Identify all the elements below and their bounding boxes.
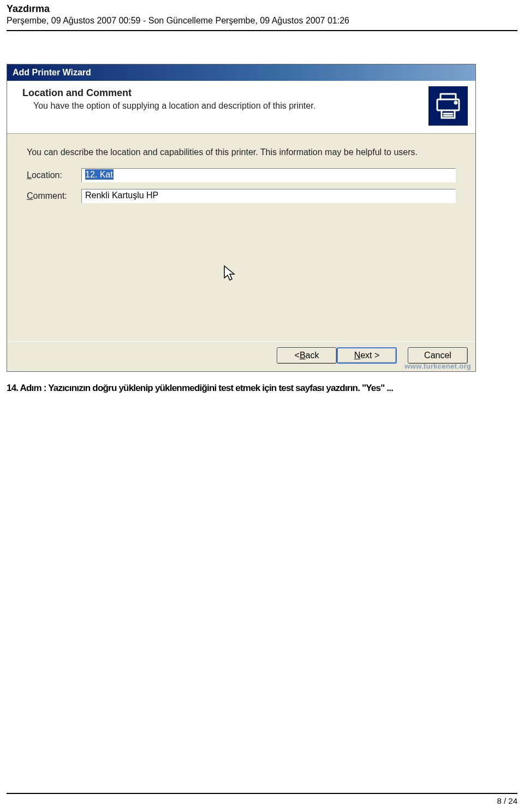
svg-point-3 <box>455 102 457 104</box>
location-value: 12. Kat <box>85 169 114 180</box>
page-dateline: Perşembe, 09 Ağustos 2007 00:59 - Son Gü… <box>7 16 517 26</box>
location-input[interactable]: 12. Kat <box>81 168 456 182</box>
wizard-step-desc: You have the option of supplying a locat… <box>22 101 420 111</box>
location-row: Location: 12. Kat <box>27 168 456 182</box>
button-gap <box>397 347 408 364</box>
comment-label: Comment: <box>27 191 81 201</box>
wizard-instruction: You can describe the location and capabi… <box>27 147 456 158</box>
wizard-footer: < Back Next > Cancel www.turkcenet.org <box>7 341 475 371</box>
add-printer-wizard-window: Add Printer Wizard Location and Comment … <box>7 64 476 372</box>
wizard-header: Location and Comment You have the option… <box>7 81 475 134</box>
location-label: Location: <box>27 170 81 180</box>
back-button[interactable]: < Back <box>277 347 337 364</box>
next-button[interactable]: Next > <box>337 347 397 364</box>
comment-row: Comment: Renkli Kartuşlu HP <box>27 189 456 203</box>
content-area: Add Printer Wizard Location and Comment … <box>0 31 524 383</box>
page-title: Yazdırma <box>7 3 517 15</box>
article-overlap-text: 14. Adım : Yazıcınızın doğru yüklenip yü… <box>7 383 517 394</box>
wizard-titlebar[interactable]: Add Printer Wizard <box>7 64 475 81</box>
wizard-body: You can describe the location and capabi… <box>7 134 475 341</box>
cursor-icon <box>223 265 236 285</box>
comment-input[interactable]: Renkli Kartuşlu HP <box>81 189 456 203</box>
page-header: Yazdırma Perşembe, 09 Ağustos 2007 00:59… <box>0 0 524 28</box>
comment-value: Renkli Kartuşlu HP <box>85 191 158 200</box>
cancel-button[interactable]: Cancel <box>408 347 468 364</box>
watermark-url: www.turkcenet.org <box>404 362 471 370</box>
wizard-header-text: Location and Comment You have the option… <box>22 86 420 111</box>
wizard-step-title: Location and Comment <box>22 87 420 99</box>
printer-icon <box>428 86 468 126</box>
wizard-window-title: Add Printer Wizard <box>13 68 91 78</box>
